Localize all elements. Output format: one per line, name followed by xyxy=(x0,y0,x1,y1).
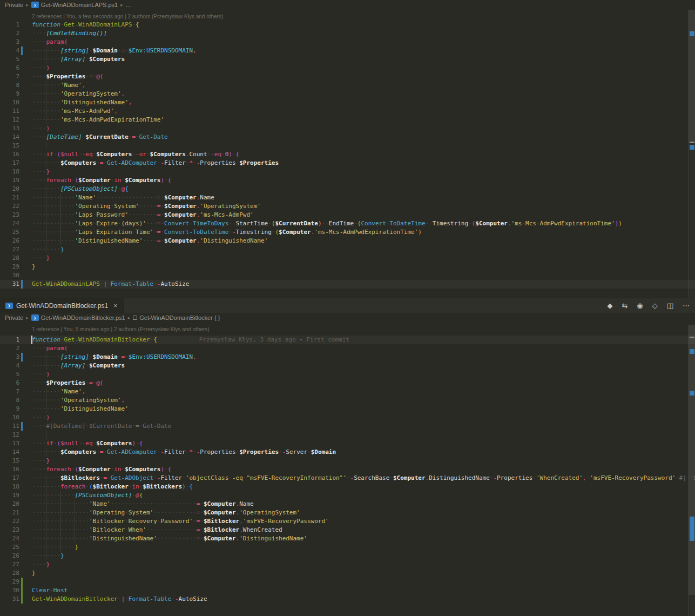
code-line[interactable]: 3····param( xyxy=(0,38,695,46)
code-area-top[interactable]: 1function·Get-WinADDomainLAPS·{2····[Cmd… xyxy=(0,21,695,298)
code-line[interactable]: 20········[PSCustomObject]·@{ xyxy=(0,185,695,193)
gutter-modified-indicator[interactable] xyxy=(21,422,23,431)
code-line[interactable]: 29 xyxy=(0,578,695,586)
code-line[interactable]: 16····foreach·($Computer·in·$Computers)·… xyxy=(0,465,695,474)
line-number[interactable]: 19 xyxy=(0,176,19,185)
line-number[interactable]: 3 xyxy=(0,38,19,46)
line-number[interactable]: 9 xyxy=(0,405,19,413)
line-number[interactable]: 14 xyxy=(0,133,19,142)
overview-ruler-bottom[interactable] xyxy=(688,325,695,616)
line-number[interactable]: 11 xyxy=(0,107,19,116)
code-line[interactable]: 13····) xyxy=(0,124,695,133)
code-line[interactable]: 5········[Array]·$Computers xyxy=(0,55,695,64)
line-number[interactable]: 17 xyxy=(0,159,19,168)
line-number[interactable]: 8 xyxy=(0,81,19,90)
tab-get-winaddomainbitlocker[interactable]: ❯ Get-WinADDomainBitlocker.ps1 × xyxy=(0,298,124,313)
code-line[interactable]: 19····foreach·($Computer·in·$Computers)·… xyxy=(0,176,695,185)
line-number[interactable]: 22 xyxy=(0,517,19,526)
line-number[interactable]: 31 xyxy=(0,280,19,289)
line-number[interactable]: 21 xyxy=(0,193,19,202)
code-line[interactable]: 12 xyxy=(0,431,695,439)
code-line[interactable]: 5····) xyxy=(0,370,695,379)
code-line[interactable]: 13····if·($null·-eq·$Computers)·{ xyxy=(0,439,695,448)
gutter-modified-indicator[interactable] xyxy=(21,353,23,361)
code-line[interactable]: 18····} xyxy=(0,168,695,176)
breadcrumb-item[interactable]: Private xyxy=(5,314,23,321)
code-line[interactable]: 27····} xyxy=(0,560,695,569)
code-line[interactable]: 20················'Name'················… xyxy=(0,500,695,508)
scrollbar-thumb[interactable] xyxy=(689,10,695,143)
line-number[interactable]: 9 xyxy=(0,90,19,98)
code-line[interactable]: 24················'DistinguishedName'···… xyxy=(0,534,695,543)
breadcrumb-item[interactable]: Get-WinADDomainBitlocker { } xyxy=(133,314,220,321)
code-line[interactable]: 22············'Operating·System'·····=·$… xyxy=(0,202,695,211)
split-editor-icon[interactable]: ◫ xyxy=(667,302,673,309)
code-line[interactable]: 26············'DistinguishedName'····=·$… xyxy=(0,237,695,245)
code-line[interactable]: 10····) xyxy=(0,413,695,422)
toggle-blame-icon[interactable]: ◉ xyxy=(637,302,643,309)
line-number[interactable]: 27 xyxy=(0,245,19,254)
gutter-added-indicator[interactable] xyxy=(21,586,23,595)
line-number[interactable]: 6 xyxy=(0,379,19,387)
line-number[interactable]: 30 xyxy=(0,586,19,595)
code-line[interactable]: 6····$Properties·=·@( xyxy=(0,379,695,387)
code-line[interactable]: 14····[DateTime]·$CurrentDate·=·Get-Date xyxy=(0,133,695,142)
line-number[interactable]: 25 xyxy=(0,228,19,237)
breadcrumb-item[interactable]: Private xyxy=(5,2,23,8)
line-number[interactable]: 23 xyxy=(0,211,19,219)
overview-ruler-top[interactable] xyxy=(688,10,695,298)
line-number[interactable]: 4 xyxy=(0,361,19,370)
code-line[interactable]: 14········$Computers·=·Get-ADComputer·-F… xyxy=(0,448,695,457)
line-number[interactable]: 28 xyxy=(0,254,19,263)
code-line[interactable]: 25············} xyxy=(0,543,695,552)
line-number[interactable]: 15 xyxy=(0,142,19,150)
line-number[interactable]: 18 xyxy=(0,483,19,491)
line-number[interactable]: 7 xyxy=(0,72,19,81)
gutter-added-indicator[interactable] xyxy=(21,578,23,586)
line-number[interactable]: 15 xyxy=(0,457,19,465)
code-line[interactable]: 8········'OperatingSystem', xyxy=(0,396,695,405)
code-line[interactable]: 3········[string]·$Domain·=·$Env:USERDNS… xyxy=(0,353,695,361)
code-line[interactable]: 7····$Properties·=·@( xyxy=(0,72,695,81)
code-line[interactable]: 15 xyxy=(0,142,695,150)
code-line[interactable]: 15····} xyxy=(0,457,695,465)
code-line[interactable]: 23················'Bitlocker·When'······… xyxy=(0,526,695,534)
line-number[interactable]: 24 xyxy=(0,534,19,543)
line-number[interactable]: 12 xyxy=(0,116,19,124)
breadcrumb-item[interactable]: ❯Get-WinADDomainBitlocker.ps1 xyxy=(31,314,125,321)
code-line[interactable]: 8········'Name', xyxy=(0,81,695,90)
code-line[interactable]: 1function·Get-WinADDomainLAPS·{ xyxy=(0,21,695,29)
line-number[interactable]: 8 xyxy=(0,396,19,405)
code-line[interactable]: 11········'ms-Mcs-AdmPwd', xyxy=(0,107,695,116)
gitlens-graph-icon[interactable]: ◆ xyxy=(607,302,612,309)
code-line[interactable]: 7········'Name', xyxy=(0,387,695,396)
code-line[interactable]: 2····[CmdletBinding()] xyxy=(0,29,695,38)
code-line[interactable]: 19············[PSCustomObject]·@{ xyxy=(0,491,695,500)
line-number[interactable]: 17 xyxy=(0,474,19,483)
breadcrumb-item[interactable]: ❯Get-WinADDomainLAPS.ps1 xyxy=(31,2,118,8)
line-number[interactable]: 5 xyxy=(0,370,19,379)
code-line[interactable]: 27········} xyxy=(0,245,695,254)
line-number[interactable]: 30 xyxy=(0,271,19,280)
codelens-top[interactable]: 2 references | You, a few seconds ago | … xyxy=(0,10,695,21)
line-number[interactable]: 22 xyxy=(0,202,19,211)
code-line[interactable]: 4········[string]·$Domain·=·$Env:USERDNS… xyxy=(0,46,695,55)
code-line[interactable]: 9········'OperatingSystem', xyxy=(0,90,695,98)
code-line[interactable]: 31Get-WinADDomainLAPS·|·Format-Table·-Au… xyxy=(0,280,695,289)
code-line[interactable]: 29} xyxy=(0,263,695,271)
code-line[interactable]: 24············'Laps·Expire·(days)'···=·C… xyxy=(0,219,695,228)
code-line[interactable]: 31Get-WinADDomainBitlocker·|·Format-Tabl… xyxy=(0,595,695,604)
code-line[interactable]: 16····if·($null·-eq·$Computers·-or·$Comp… xyxy=(0,150,695,159)
line-number[interactable]: 2 xyxy=(0,344,19,353)
code-line[interactable]: 28····} xyxy=(0,254,695,263)
breadcrumb-item[interactable]: ... xyxy=(126,2,131,8)
code-line[interactable]: 17········$Computers·=·Get-ADComputer·-F… xyxy=(0,159,695,168)
line-number[interactable]: 11 xyxy=(0,422,19,431)
close-tab-icon[interactable]: × xyxy=(113,302,118,310)
line-number[interactable]: 16 xyxy=(0,465,19,474)
line-number[interactable]: 14 xyxy=(0,448,19,457)
code-line[interactable]: 18········foreach·($Bitlocker·in·$Bitloc… xyxy=(0,483,695,491)
line-number[interactable]: 13 xyxy=(0,439,19,448)
code-line[interactable]: 4········[Array]·$Computers xyxy=(0,361,695,370)
line-number[interactable]: 10 xyxy=(0,98,19,107)
